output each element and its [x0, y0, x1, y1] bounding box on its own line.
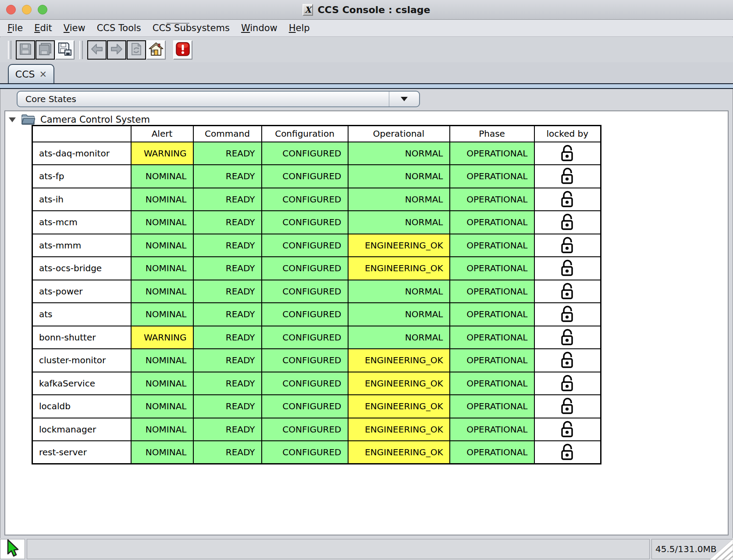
view-selector[interactable]: Core States — [17, 91, 420, 107]
table-row: ats-powerNOMINALREADYCONFIGUREDNORMALOPE… — [32, 280, 601, 303]
cell-configuration: CONFIGURED — [262, 418, 348, 441]
save-all-button[interactable] — [36, 40, 55, 60]
window-controls — [6, 5, 47, 14]
unlocked-icon — [559, 308, 575, 319]
table-row: kafkaServiceNOMINALREADYCONFIGUREDENGINE… — [32, 372, 601, 395]
column-header-Alert: Alert — [131, 126, 193, 142]
cell-alert: NOMINAL — [131, 188, 193, 211]
cell-operational: ENGINEERING_OK — [348, 372, 450, 395]
cell-locked-by — [534, 211, 601, 234]
table-row: ats-fpNOMINALREADYCONFIGUREDNORMALOPERAT… — [32, 165, 601, 188]
cell-locked-by — [534, 142, 601, 165]
view-selector-arrow-button[interactable] — [389, 92, 419, 106]
cell-operational: NORMAL — [348, 326, 450, 349]
table-row: ats-daq-monitorWARNINGREADYCONFIGUREDNOR… — [32, 142, 601, 165]
cell-locked-by — [534, 165, 601, 188]
toolbar-separator — [79, 41, 83, 59]
menu-ccs-subsystems[interactable]: CCS Subsystems — [147, 23, 235, 33]
unlocked-icon — [559, 262, 575, 273]
save-as-button[interactable] — [55, 40, 75, 60]
cell-command: READY — [193, 395, 262, 418]
cell-configuration: CONFIGURED — [262, 165, 348, 188]
forward-button[interactable] — [107, 40, 126, 60]
cell-alert: NOMINAL — [131, 418, 193, 441]
cell-command: READY — [193, 234, 262, 257]
cell-alert: NOMINAL — [131, 280, 193, 303]
cell-phase: OPERATIONAL — [450, 372, 534, 395]
column-header-Operational: Operational — [348, 126, 450, 142]
toolbar — [0, 37, 733, 62]
table-row: localdbNOMINALREADYCONFIGUREDENGINEERING… — [32, 395, 601, 418]
column-header-locked by: locked by — [534, 126, 601, 142]
cell-subsystem-name: cluster-monitor — [32, 349, 131, 372]
minimize-button[interactable] — [22, 5, 32, 14]
table-row: bonn-shutterWARNINGREADYCONFIGUREDNORMAL… — [32, 326, 601, 349]
cell-configuration: CONFIGURED — [262, 211, 348, 234]
cell-configuration: CONFIGURED — [262, 372, 348, 395]
cell-configuration: CONFIGURED — [262, 395, 348, 418]
refresh-page-button[interactable] — [127, 40, 146, 60]
cell-subsystem-name: lockmanager — [32, 418, 131, 441]
save-button[interactable] — [16, 40, 35, 60]
menu-view[interactable]: View — [58, 23, 91, 33]
menu-window[interactable]: Window — [235, 23, 283, 33]
table-row: cluster-monitorNOMINALREADYCONFIGUREDENG… — [32, 349, 601, 372]
cell-configuration: CONFIGURED — [262, 142, 348, 165]
window-title: CCS Console : cslage — [317, 4, 430, 15]
cell-locked-by — [534, 441, 601, 464]
unlocked-icon — [559, 401, 575, 411]
menu-help[interactable]: Help — [283, 23, 316, 33]
zoom-button[interactable] — [38, 5, 47, 14]
table-header-row: AlertCommandConfigurationOperationalPhas… — [32, 126, 601, 142]
cell-command: READY — [193, 188, 262, 211]
cell-operational: NORMAL — [348, 303, 450, 326]
table-row: ats-ocs-bridgeNOMINALREADYCONFIGUREDENGI… — [32, 257, 601, 280]
resize-grip[interactable] — [709, 539, 733, 560]
menu-file[interactable]: File — [2, 23, 28, 33]
menu-ccs-tools[interactable]: CCS Tools — [91, 23, 147, 33]
cell-phase: OPERATIONAL — [450, 349, 534, 372]
cell-configuration: CONFIGURED — [262, 280, 348, 303]
cell-alert: NOMINAL — [131, 211, 193, 234]
cell-alert: NOMINAL — [131, 349, 193, 372]
cell-command: READY — [193, 349, 262, 372]
column-header-name — [32, 126, 131, 142]
status-bar: 45.5/131.0MB — [0, 538, 733, 560]
tree-expander-icon[interactable] — [9, 117, 16, 122]
table-row: rest-serverNOMINALREADYCONFIGUREDENGINEE… — [32, 441, 601, 464]
unlocked-icon — [559, 285, 575, 296]
cell-alert: NOMINAL — [131, 257, 193, 280]
table-row: ats-mmmNOMINALREADYCONFIGUREDENGINEERING… — [32, 234, 601, 257]
unlocked-icon — [559, 216, 575, 227]
cell-command: READY — [193, 165, 262, 188]
cell-subsystem-name: localdb — [32, 395, 131, 418]
cell-locked-by — [534, 349, 601, 372]
back-icon — [90, 43, 103, 57]
status-message-panel — [27, 539, 650, 559]
tab-pane-border — [0, 83, 733, 89]
column-header-Command: Command — [193, 126, 262, 142]
menu-edit[interactable]: Edit — [28, 23, 58, 33]
cell-operational: NORMAL — [348, 211, 450, 234]
cell-subsystem-name: kafkaService — [32, 372, 131, 395]
close-button[interactable] — [6, 5, 16, 14]
cell-phase: OPERATIONAL — [450, 211, 534, 234]
unlocked-icon — [559, 170, 575, 181]
tab-ccs[interactable]: CCS × — [8, 64, 54, 83]
x11-app-icon: X — [302, 4, 313, 16]
unlocked-icon — [559, 423, 575, 434]
tab-close-icon[interactable]: × — [39, 70, 47, 79]
column-header-Configuration: Configuration — [262, 126, 348, 142]
cell-command: READY — [193, 257, 262, 280]
cell-alert: NOMINAL — [131, 234, 193, 257]
home-button[interactable] — [146, 40, 166, 60]
cursor-mode-panel — [0, 539, 25, 559]
back-button[interactable] — [87, 40, 107, 60]
cell-subsystem-name: ats-mcm — [32, 211, 131, 234]
cell-subsystem-name: ats-mmm — [32, 234, 131, 257]
cell-operational: ENGINEERING_OK — [348, 349, 450, 372]
cell-subsystem-name: ats-power — [32, 280, 131, 303]
view-selector-value: Core States — [18, 94, 389, 104]
cell-configuration: CONFIGURED — [262, 188, 348, 211]
alert-button[interactable] — [173, 40, 192, 60]
